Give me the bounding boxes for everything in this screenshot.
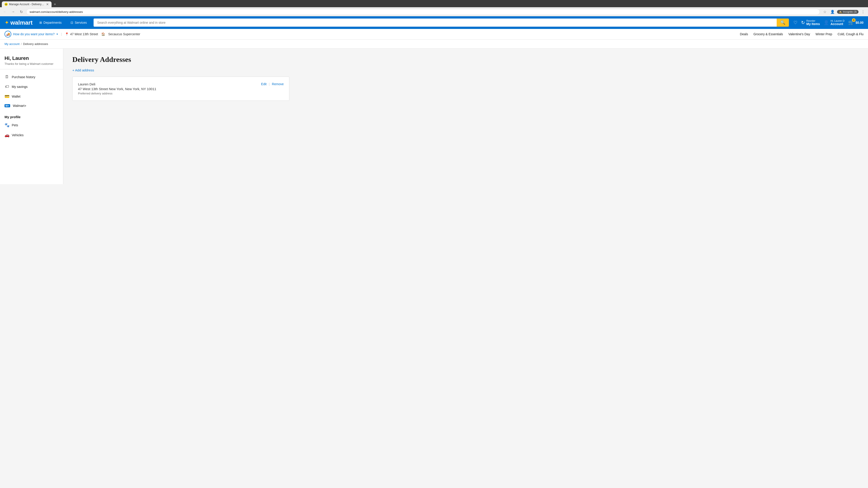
wishlist-button[interactable]: ♡ [794,20,798,25]
reload-button[interactable]: ↻ [18,8,24,15]
search-bar[interactable]: 🔍 [94,19,789,27]
breadcrumb-parent[interactable]: My account [4,42,20,46]
delivery-icon: 🚚 [4,31,11,37]
tab-favicon: W [4,3,8,6]
cart-amount: $0.00 [856,21,864,24]
pin-icon: 📍 [65,32,69,36]
account-top-label: Hi, Lauren D [831,20,844,22]
breadcrumb-separator: / [21,42,22,46]
main-content: Hi, Lauren Thanks for being a Walmart cu… [0,48,868,184]
active-tab[interactable]: W Manage Account - Delivery add ✕ [2,1,52,7]
nav-cold[interactable]: Cold, Cough & Flu [838,32,864,36]
services-label: Services [74,21,87,24]
sidebar-item-pets[interactable]: 🐾 Pets [0,120,63,130]
departments-label: Departments [43,21,61,24]
sidebar-walmart-plus-label: Walmart+ [13,104,26,107]
divider: | [61,32,62,36]
sidebar-account-section: 🗓 Purchase history 🏷 My savings 💳 Wallet… [0,71,63,111]
sidebar-purchase-history-label: Purchase history [12,75,35,79]
location-selector[interactable]: 📍 47 West 13th Street [65,32,98,36]
browser-chrome: W Manage Account - Delivery add ✕ + ← → … [0,0,868,16]
search-button[interactable]: 🔍 [777,19,789,27]
new-tab-button[interactable]: + [52,1,58,7]
content-area: Delivery Addresses + Add address Lauren … [63,48,868,184]
nav-deals[interactable]: Deals [740,32,748,36]
services-button[interactable]: ⊡ Services [68,20,89,26]
profile-icon[interactable]: 👤 [829,8,836,15]
sidebar-vehicles-label: Vehicles [12,133,24,137]
edit-address-button[interactable]: Edit [261,82,267,86]
incognito-icon: 🕵 [839,10,842,13]
sidebar-profile-section: My profile 🐾 Pets 🚗 Vehicles [0,111,63,141]
add-address-link[interactable]: + Add address [72,68,94,72]
breadcrumb: My account / Delivery addresses [0,39,868,48]
nav-valentines[interactable]: Valentine's Day [788,32,810,36]
location-text: 47 West 13th Street [70,32,98,36]
url-text: walmart.com/account/delivery-addresses [30,10,83,13]
incognito-button[interactable]: 🕵 Incognito (3) [837,10,859,14]
nav-winter[interactable]: Winter Prep [815,32,832,36]
sidebar: Hi, Lauren Thanks for being a Walmart cu… [0,48,63,184]
reorder-top-label: Reorder [806,20,820,22]
address-street: 47 West 13th Street New York, New York, … [78,87,156,91]
remove-address-button[interactable]: Remove [272,82,284,86]
profile-section-title: My profile [0,112,63,120]
bookmark-icon[interactable]: ☆ [822,8,828,15]
wallet-icon: 💳 [4,94,9,99]
delivery-selector[interactable]: 🚚 How do you want your items? ▾ [4,31,58,37]
address-actions: Edit | Remove [261,82,284,86]
incognito-label: Incognito (3) [843,10,857,13]
sub-header: 🚚 How do you want your items? ▾ | 📍 47 W… [0,29,868,39]
walmart-plus-icon: W+ [4,104,10,107]
spark-icon: ✦ [4,20,9,26]
account-bottom-label: Account [831,22,844,26]
sidebar-item-vehicles[interactable]: 🚗 Vehicles [0,130,63,140]
tab-close-icon[interactable]: ✕ [46,3,49,6]
delivery-label: How do you want your items? [13,32,55,36]
back-button[interactable]: ← [2,8,8,15]
store-selector[interactable]: Secaucus Supercenter [108,32,141,36]
sidebar-item-wallet[interactable]: 💳 Wallet [0,92,63,101]
sidebar-item-purchase-history[interactable]: 🗓 Purchase history [0,72,63,82]
category-nav: Deals Grocery & Essentials Valentine's D… [740,32,864,36]
savings-icon: 🏷 [4,84,9,89]
sidebar-wallet-label: Wallet [12,95,20,98]
departments-grid-icon: ⊞ [39,21,42,24]
chevron-down-icon: ▾ [57,33,58,36]
pets-icon: 🐾 [4,123,9,128]
action-separator: | [269,82,270,86]
purchase-history-icon: 🗓 [4,74,9,79]
breadcrumb-current: Delivery addresses [23,42,48,46]
account-icon: 👤 [824,20,829,25]
sidebar-item-my-savings[interactable]: 🏷 My savings [0,82,63,92]
address-info: Lauren Deli 47 West 13th Street New York… [78,82,156,95]
address-preferred-label: Preferred delivery address [78,92,156,95]
account-button[interactable]: 👤 Hi, Lauren D Account [824,20,844,26]
address-bar[interactable]: walmart.com/account/delivery-addresses [26,9,820,15]
nav-grocery[interactable]: Grocery & Essentials [753,32,783,36]
page-title: Delivery Addresses [72,55,859,64]
sidebar-savings-label: My savings [12,85,28,89]
sidebar-item-walmart-plus[interactable]: W+ Walmart+ [0,101,63,110]
services-grid-icon: ⊡ [70,21,73,24]
reorder-bottom-label: My Items [806,22,820,26]
logo-text: walmart [10,19,33,26]
vehicles-icon: 🚗 [4,133,9,138]
cart-button[interactable]: 🛒 0 $0.00 [848,20,864,26]
reorder-button[interactable]: ↻ Reorder My Items [801,20,820,26]
walmart-header: ✦ walmart ⊞ Departments ⊡ Services 🔍 ♡ ↻… [0,16,868,29]
address-name: Lauren Deli [78,82,156,86]
tab-title: Manage Account - Delivery add [9,3,45,6]
menu-icon[interactable]: ⋮ [860,8,866,15]
greeting-sub: Thanks for being a Walmart customer [4,62,59,66]
store-text: Secaucus Supercenter [108,32,141,36]
search-input[interactable] [94,19,777,27]
sidebar-pets-label: Pets [12,123,18,127]
divider2: 🏠 [101,32,105,36]
reorder-icon: ↻ [801,20,805,25]
departments-button[interactable]: ⊞ Departments [37,20,64,26]
greeting-name: Hi, Lauren [4,55,59,61]
forward-button[interactable]: → [10,8,16,15]
heart-icon: ♡ [794,20,798,25]
walmart-logo[interactable]: ✦ walmart [4,19,33,26]
